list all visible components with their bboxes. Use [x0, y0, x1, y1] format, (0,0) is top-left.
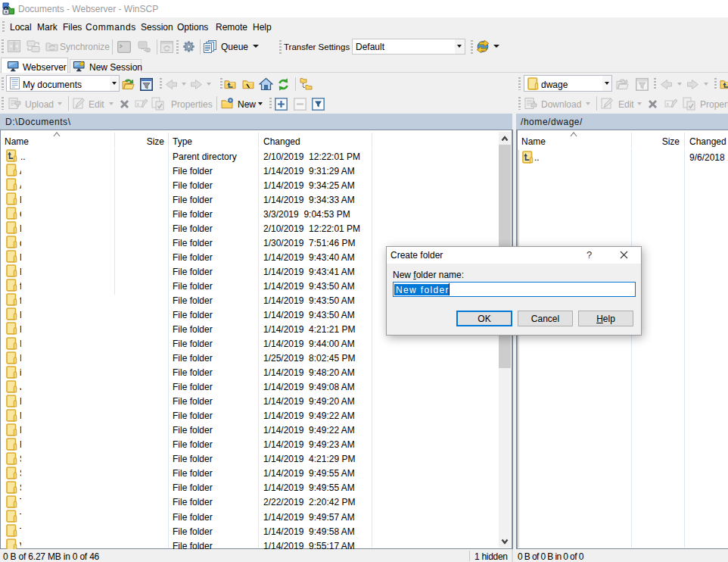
svg-text:x: x — [137, 101, 140, 107]
svg-text:x: x — [667, 101, 670, 107]
